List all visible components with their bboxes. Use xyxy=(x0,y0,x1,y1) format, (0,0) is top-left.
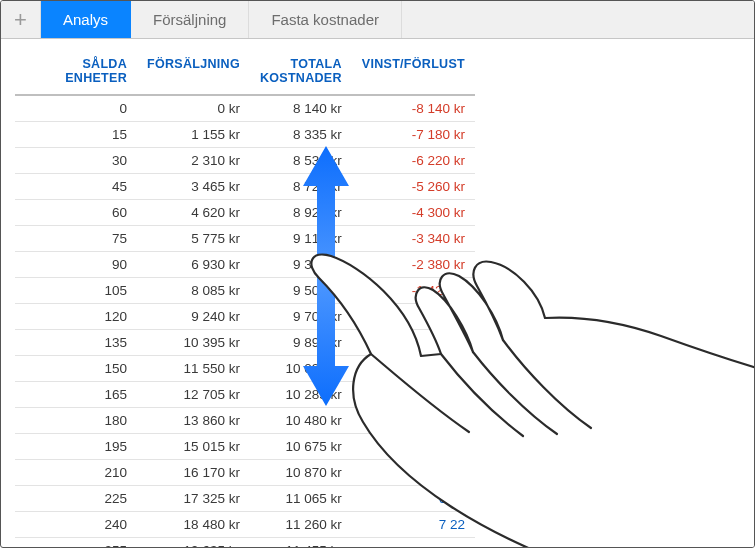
cell-units: 165 xyxy=(15,381,137,407)
cell-costs: 9 310 kr xyxy=(250,251,352,277)
cell-costs: 10 090 kr xyxy=(250,355,352,381)
analysis-table: SÅLDA ENHETER FÖRSÄLJNING TOTALA KOSTNAD… xyxy=(15,49,475,547)
table-row: 1058 085 kr9 505 kr-1 420 kr xyxy=(15,277,475,303)
cell-costs: 9 505 kr xyxy=(250,277,352,303)
cell-pl: -5 260 kr xyxy=(352,173,475,199)
cell-costs: 8 335 kr xyxy=(250,121,352,147)
cell-pl: -2 380 kr xyxy=(352,251,475,277)
col-sales: FÖRSÄLJNING xyxy=(137,49,250,95)
cell-sales: 10 395 kr xyxy=(137,329,250,355)
cell-costs: 9 700 kr xyxy=(250,303,352,329)
cell-units: 180 xyxy=(15,407,137,433)
cell-sales: 8 085 kr xyxy=(137,277,250,303)
table-row: 24018 480 kr11 260 kr7 22 xyxy=(15,511,475,537)
cell-units: 120 xyxy=(15,303,137,329)
cell-sales: 13 860 kr xyxy=(137,407,250,433)
cell-sales: 12 705 kr xyxy=(137,381,250,407)
cell-costs: 8 920 kr xyxy=(250,199,352,225)
tab-forsaljning[interactable]: Försäljning xyxy=(131,1,249,38)
cell-sales: 5 775 kr xyxy=(137,225,250,251)
cell-costs: 10 480 kr xyxy=(250,407,352,433)
tab-bar: + Analys Försäljning Fasta kostnader xyxy=(1,1,754,39)
cell-pl xyxy=(352,381,475,407)
cell-pl: -1 420 kr xyxy=(352,277,475,303)
cell-sales: 16 170 kr xyxy=(137,459,250,485)
cell-costs: 10 870 kr xyxy=(250,459,352,485)
table-row: 16512 705 kr10 285 kr xyxy=(15,381,475,407)
cell-pl: -3 340 kr xyxy=(352,225,475,251)
cell-sales: 6 930 kr xyxy=(137,251,250,277)
cell-pl: 0 kr xyxy=(352,303,475,329)
table-row: 604 620 kr8 920 kr-4 300 kr xyxy=(15,199,475,225)
cell-pl: 5 3 xyxy=(352,459,475,485)
cell-sales: 19 635 kr xyxy=(137,537,250,547)
cell-sales: 2 310 kr xyxy=(137,147,250,173)
cell-costs: 9 895 kr xyxy=(250,329,352,355)
cell-sales: 0 kr xyxy=(137,95,250,122)
cell-pl xyxy=(352,537,475,547)
cell-costs: 8 140 kr xyxy=(250,95,352,122)
cell-sales: 9 240 kr xyxy=(137,303,250,329)
table-scroll-area[interactable]: SÅLDA ENHETER FÖRSÄLJNING TOTALA KOSTNAD… xyxy=(1,39,754,547)
table-row: 906 930 kr9 310 kr-2 380 kr xyxy=(15,251,475,277)
cell-units: 60 xyxy=(15,199,137,225)
cell-pl: 7 22 xyxy=(352,511,475,537)
cell-costs: 8 725 kr xyxy=(250,173,352,199)
cell-costs: 11 455 kr xyxy=(250,537,352,547)
cell-costs: 10 675 kr xyxy=(250,433,352,459)
cell-costs: 9 115 kr xyxy=(250,225,352,251)
cell-units: 15 xyxy=(15,121,137,147)
cell-pl xyxy=(352,329,475,355)
cell-units: 0 xyxy=(15,95,137,122)
col-costs: TOTALA KOSTNADER xyxy=(250,49,352,95)
cell-pl: -6 220 kr xyxy=(352,147,475,173)
cell-units: 255 xyxy=(15,537,137,547)
cell-pl: 6 26 xyxy=(352,485,475,511)
cell-sales: 4 620 kr xyxy=(137,199,250,225)
cell-pl: -7 180 kr xyxy=(352,121,475,147)
table-row: 453 465 kr8 725 kr-5 260 kr xyxy=(15,173,475,199)
cell-sales: 15 015 kr xyxy=(137,433,250,459)
cell-costs: 11 065 kr xyxy=(250,485,352,511)
cell-pl: -8 140 kr xyxy=(352,95,475,122)
cell-units: 105 xyxy=(15,277,137,303)
table-row: 19515 015 kr10 675 kr4 340 xyxy=(15,433,475,459)
cell-units: 30 xyxy=(15,147,137,173)
table-row: 21016 170 kr10 870 kr5 3 xyxy=(15,459,475,485)
table-row: 22517 325 kr11 065 kr6 26 xyxy=(15,485,475,511)
cell-units: 135 xyxy=(15,329,137,355)
table-row: 15011 550 kr10 090 kr xyxy=(15,355,475,381)
cell-pl: 3 3 xyxy=(352,407,475,433)
cell-units: 75 xyxy=(15,225,137,251)
cell-sales: 1 155 kr xyxy=(137,121,250,147)
cell-sales: 17 325 kr xyxy=(137,485,250,511)
cell-units: 195 xyxy=(15,433,137,459)
cell-sales: 18 480 kr xyxy=(137,511,250,537)
cell-units: 90 xyxy=(15,251,137,277)
cell-pl: 4 340 xyxy=(352,433,475,459)
tab-fasta-kostnader[interactable]: Fasta kostnader xyxy=(249,1,402,38)
cell-units: 210 xyxy=(15,459,137,485)
tab-analys[interactable]: Analys xyxy=(41,1,131,38)
cell-sales: 11 550 kr xyxy=(137,355,250,381)
col-pl: VINST/FÖRLUST xyxy=(352,49,475,95)
table-row: 00 kr8 140 kr-8 140 kr xyxy=(15,95,475,122)
cell-pl: -4 300 kr xyxy=(352,199,475,225)
cell-units: 225 xyxy=(15,485,137,511)
table-row: 13510 395 kr9 895 kr xyxy=(15,329,475,355)
cell-costs: 10 285 kr xyxy=(250,381,352,407)
table-row: 755 775 kr9 115 kr-3 340 kr xyxy=(15,225,475,251)
cell-units: 150 xyxy=(15,355,137,381)
table-row: 151 155 kr8 335 kr-7 180 kr xyxy=(15,121,475,147)
add-tab-button[interactable]: + xyxy=(1,1,41,38)
table-row: 18013 860 kr10 480 kr3 3 xyxy=(15,407,475,433)
cell-costs: 11 260 kr xyxy=(250,511,352,537)
cell-units: 240 xyxy=(15,511,137,537)
cell-sales: 3 465 kr xyxy=(137,173,250,199)
cell-costs: 8 530 kr xyxy=(250,147,352,173)
cell-units: 45 xyxy=(15,173,137,199)
table-row: 25519 635 kr11 455 kr xyxy=(15,537,475,547)
table-row: 1209 240 kr9 700 kr0 kr xyxy=(15,303,475,329)
col-units: SÅLDA ENHETER xyxy=(15,49,137,95)
cell-pl xyxy=(352,355,475,381)
